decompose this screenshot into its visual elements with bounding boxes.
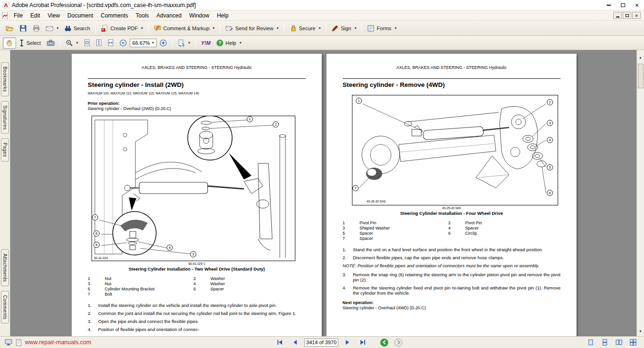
- parts-legend: 1Nut2Washer 3Nut4Washer 5Cylinder Mounti…: [88, 276, 306, 297]
- figure-reference: 40-25-30 9A9: [343, 206, 560, 210]
- menu-window[interactable]: Window: [185, 11, 213, 20]
- separator: [195, 38, 196, 48]
- note-text: NOTE: Position of flexible pipes and ori…: [343, 263, 560, 268]
- menu-tools[interactable]: Tools: [132, 11, 153, 20]
- page-number-input[interactable]: [304, 339, 338, 347]
- help-button[interactable]: ? Help: [213, 37, 244, 49]
- fit-width-icon: [108, 39, 114, 46]
- doc-minimize-button[interactable]: [613, 12, 622, 19]
- continuous-facing-view-button[interactable]: [627, 337, 639, 348]
- part-name: Spacer: [210, 287, 306, 292]
- open-folder-icon: [6, 25, 14, 32]
- menu-advanced[interactable]: Advanced: [153, 11, 185, 20]
- zoom-level-value: 66.67%: [133, 40, 150, 46]
- tab-bookmarks[interactable]: Bookmarks: [1, 62, 9, 96]
- vertical-scrollbar[interactable]: [636, 50, 644, 336]
- scrollbar-thumb[interactable]: [638, 64, 644, 88]
- fit-page-button[interactable]: [93, 37, 105, 48]
- menu-view[interactable]: View: [44, 11, 64, 20]
- previous-page-button[interactable]: [289, 337, 302, 348]
- forms-button[interactable]: Forms: [364, 23, 399, 34]
- minimize-button[interactable]: [602, 0, 616, 10]
- zoom-in-button[interactable]: [157, 37, 170, 49]
- ibeam-cursor-icon: [19, 39, 25, 47]
- actual-size-button[interactable]: [81, 37, 93, 48]
- tab-signatures[interactable]: Signatures: [1, 101, 9, 134]
- open-button[interactable]: [3, 23, 17, 34]
- single-page-view-button[interactable]: [585, 337, 597, 348]
- doc-restore-button[interactable]: [623, 12, 631, 19]
- sign-button[interactable]: Sign: [328, 23, 359, 34]
- zoom-out-button[interactable]: [117, 37, 130, 49]
- fit-width-button[interactable]: [105, 37, 117, 48]
- step-text: Common the joint and install the nut sec…: [98, 311, 306, 316]
- window-controls: [602, 0, 644, 10]
- search-button[interactable]: Search: [61, 23, 93, 34]
- continuous-view-button[interactable]: [599, 337, 611, 348]
- part-number: 4: [193, 281, 205, 287]
- scroll-down-arrow[interactable]: [639, 324, 642, 336]
- last-page-icon: [359, 339, 367, 346]
- step-number: 4.: [343, 285, 353, 296]
- facing-view-button[interactable]: [613, 337, 625, 348]
- menu-comments[interactable]: Comments: [97, 11, 132, 20]
- first-page-button[interactable]: [273, 337, 286, 348]
- zoom-tool-button[interactable]: [63, 37, 81, 49]
- callout-4: 4: [167, 245, 173, 251]
- menu-help[interactable]: Help: [213, 11, 233, 20]
- part-name: Cylinder Mounting Bracket: [105, 287, 188, 292]
- menu-document[interactable]: Document: [64, 11, 97, 20]
- secure-button[interactable]: Secure: [287, 23, 324, 34]
- select-tool-button[interactable]: Select: [16, 37, 44, 49]
- zoom-level-combo[interactable]: 66.67%: [130, 39, 157, 47]
- maximize-button[interactable]: [616, 0, 630, 10]
- save-button[interactable]: [17, 23, 30, 34]
- model-list: MAXXUM 100, MAXXUM 110, MAXXUM 115, MAXX…: [88, 92, 306, 95]
- hand-icon: [6, 39, 13, 47]
- next-operation-value: Steering cylinder - Overhaul (4WD) (D.20…: [343, 306, 560, 310]
- doc-close-button[interactable]: [632, 12, 641, 19]
- last-page-button[interactable]: [356, 337, 369, 348]
- previous-view-button[interactable]: [380, 339, 388, 347]
- create-pdf-icon: [101, 25, 109, 32]
- page-display-button[interactable]: [175, 37, 193, 49]
- snapshot-tool-button[interactable]: [44, 37, 58, 48]
- comment-markup-button[interactable]: Comment & Markup: [151, 23, 217, 34]
- email-button[interactable]: [43, 23, 61, 34]
- next-operation-label: Next operation:: [343, 300, 560, 305]
- send-for-review-button[interactable]: Send for Review: [223, 23, 282, 34]
- secure-label: Secure: [299, 25, 316, 31]
- print-button[interactable]: [30, 23, 43, 34]
- next-view-button[interactable]: [394, 339, 402, 347]
- menu-file[interactable]: File: [10, 11, 26, 20]
- create-pdf-button[interactable]: Create PDF: [98, 23, 146, 34]
- callout-3: 3: [547, 120, 553, 126]
- prior-operation-label: Prior operation:: [88, 101, 306, 106]
- minimize-icon: [607, 5, 611, 6]
- part-name: Shaped Washer: [360, 226, 443, 231]
- separator: [361, 23, 362, 34]
- send-review-icon: [226, 25, 234, 32]
- document-view[interactable]: AXLES, BRAKES AND STEERING - STEERING Hy…: [10, 50, 636, 336]
- menu-edit[interactable]: Edit: [26, 11, 44, 20]
- tab-attachments[interactable]: Attachments: [1, 249, 9, 286]
- part-name: Washer: [210, 276, 306, 281]
- next-page-button[interactable]: [341, 337, 354, 348]
- part-number: [448, 236, 460, 241]
- tab-pages[interactable]: Pages: [1, 138, 9, 161]
- figure-code: 30-41-029: [94, 256, 108, 260]
- part-number: 2: [193, 276, 205, 281]
- part-name: Pivot Pin: [360, 221, 443, 226]
- yim-button[interactable]: Y!M: [198, 38, 213, 48]
- step-number: 2.: [343, 255, 353, 260]
- scroll-up-arrow[interactable]: [639, 50, 642, 62]
- previous-page-icon: [292, 339, 299, 346]
- tab-comments[interactable]: Comments: [1, 291, 9, 324]
- repair-manuals-link[interactable]: www.repair-manuals.com: [25, 339, 91, 346]
- figure-reference: 80-41-029 1: [88, 262, 306, 265]
- printer-icon: [33, 25, 40, 32]
- part-name: [210, 292, 306, 297]
- close-button[interactable]: [630, 0, 644, 10]
- callout-1: 1: [356, 98, 362, 104]
- hand-tool-button[interactable]: [3, 37, 16, 49]
